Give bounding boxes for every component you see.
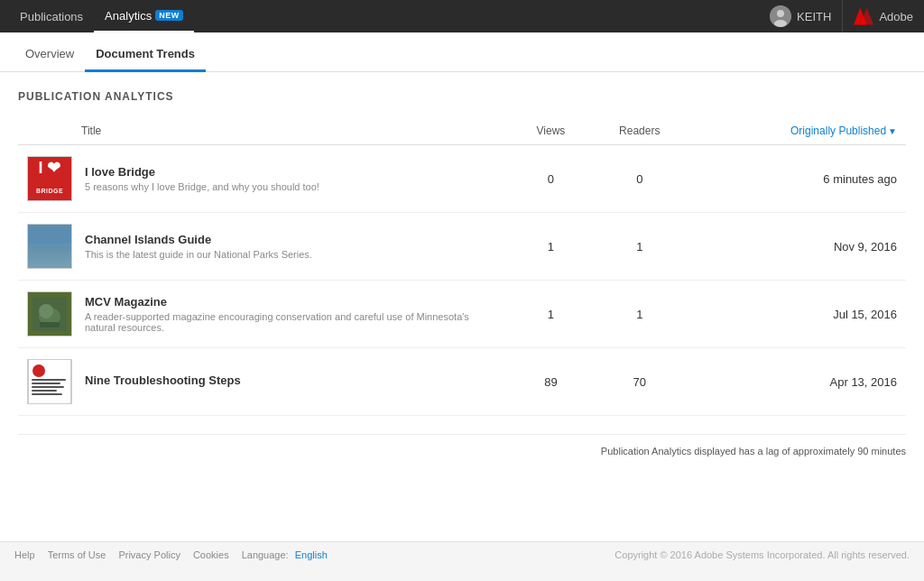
section-title: PUBLICATION ANALYTICS — [18, 90, 906, 103]
tab-document-trends[interactable]: Document Trends — [85, 47, 206, 72]
thumb-nine — [28, 359, 71, 404]
col-header-readers: Readers — [596, 117, 684, 145]
pub-info: Nine Troubleshooting Steps — [85, 374, 241, 390]
pub-date: Apr 13, 2016 — [684, 348, 906, 416]
pub-title-cell: MCV Magazine A reader-supported magazine… — [18, 281, 506, 348]
pub-views: 1 — [506, 213, 595, 281]
pub-readers: 0 — [596, 145, 684, 213]
footer-privacy[interactable]: Privacy Policy — [118, 549, 180, 560]
pub-title[interactable]: I love Bridge — [85, 165, 319, 179]
pub-thumbnail — [27, 224, 72, 269]
footer-language: Language: English — [242, 549, 328, 560]
pub-description: This is the latest guide in our National… — [85, 249, 312, 260]
pub-thumbnail — [27, 291, 72, 337]
user-name: KEITH — [797, 10, 831, 23]
pub-title[interactable]: Channel Islands Guide — [85, 233, 312, 246]
pub-title-cell: Nine Troubleshooting Steps — [18, 348, 506, 416]
pub-views: 1 — [506, 281, 595, 348]
sub-nav: Overview Document Trends — [0, 32, 924, 72]
footer-links: Help Terms of Use Privacy Policy Cookies… — [14, 549, 328, 560]
pub-info: Channel Islands Guide This is the latest… — [85, 233, 312, 260]
pub-thumbnail — [27, 359, 72, 404]
nav-right: KEITH Adobe — [759, 0, 924, 32]
pub-date: Jul 15, 2016 — [684, 281, 906, 348]
pub-date: Nov 9, 2016 — [684, 213, 906, 281]
pub-views: 89 — [506, 348, 595, 416]
top-nav: Publications Analytics NEW KEITH Adobe — [0, 0, 924, 32]
pub-title[interactable]: Nine Troubleshooting Steps — [85, 374, 241, 387]
table-row[interactable]: MCV Magazine A reader-supported magazine… — [18, 281, 906, 348]
pub-title[interactable]: MCV Magazine — [85, 295, 497, 309]
pub-info: I love Bridge 5 reasons why I love Bridg… — [85, 165, 319, 192]
avatar — [770, 5, 791, 27]
pub-info: MCV Magazine A reader-supported magazine… — [85, 295, 497, 333]
thumb-channel — [28, 224, 71, 269]
main-content: PUBLICATION ANALYTICS Title Views Reader… — [0, 72, 924, 541]
pub-readers: 1 — [596, 281, 684, 348]
table-row[interactable]: I ❤BRIDGE I love Bridge 5 reasons why I … — [18, 145, 906, 213]
thumb-bridge: I ❤BRIDGE — [28, 156, 71, 201]
pub-description: 5 reasons why I love Bridge, and why you… — [85, 181, 319, 192]
publications-table: Title Views Readers Originally Published… — [18, 117, 906, 416]
pub-readers: 1 — [596, 213, 684, 281]
svg-rect-8 — [40, 322, 60, 327]
pub-description: A reader-supported magazine encouraging … — [85, 311, 497, 333]
lag-notice: Publication Analytics displayed has a la… — [18, 434, 906, 464]
pub-views: 0 — [506, 145, 595, 213]
sort-icon: ▼ — [888, 126, 897, 136]
footer-cookies[interactable]: Cookies — [193, 549, 229, 560]
footer-copyright: Copyright © 2016 Adobe Systems Incorpora… — [614, 549, 910, 560]
table-row[interactable]: Channel Islands Guide This is the latest… — [18, 213, 906, 281]
col-header-pub-date[interactable]: Originally Published▼ — [684, 117, 906, 145]
adobe-logo-icon — [854, 6, 873, 26]
user-section[interactable]: KEITH — [759, 0, 842, 32]
footer-language-value[interactable]: English — [295, 549, 328, 560]
nav-publications[interactable]: Publications — [9, 0, 94, 32]
pub-readers: 70 — [596, 348, 684, 416]
footer-help[interactable]: Help — [14, 549, 35, 560]
thumb-mcv — [28, 291, 71, 337]
col-header-title: Title — [18, 117, 506, 145]
adobe-label: Adobe — [879, 10, 913, 23]
col-header-views: Views — [506, 117, 595, 145]
pub-title-cell: Channel Islands Guide This is the latest… — [18, 213, 506, 281]
tab-overview[interactable]: Overview — [14, 47, 85, 72]
svg-point-7 — [39, 304, 53, 318]
svg-point-1 — [777, 10, 784, 17]
table-row[interactable]: Nine Troubleshooting Steps 89 70 Apr 13,… — [18, 348, 906, 416]
adobe-section: Adobe — [842, 0, 924, 32]
svg-point-2 — [774, 20, 787, 27]
nav-left: Publications Analytics NEW — [9, 0, 194, 32]
pub-thumbnail: I ❤BRIDGE — [27, 156, 72, 201]
nav-analytics[interactable]: Analytics NEW — [94, 0, 194, 32]
pub-date: 6 minutes ago — [684, 145, 906, 213]
analytics-badge: NEW — [155, 10, 183, 21]
pub-title-cell: I ❤BRIDGE I love Bridge 5 reasons why I … — [18, 145, 506, 213]
footer-terms[interactable]: Terms of Use — [48, 549, 106, 560]
page-footer: Help Terms of Use Privacy Policy Cookies… — [0, 541, 924, 567]
